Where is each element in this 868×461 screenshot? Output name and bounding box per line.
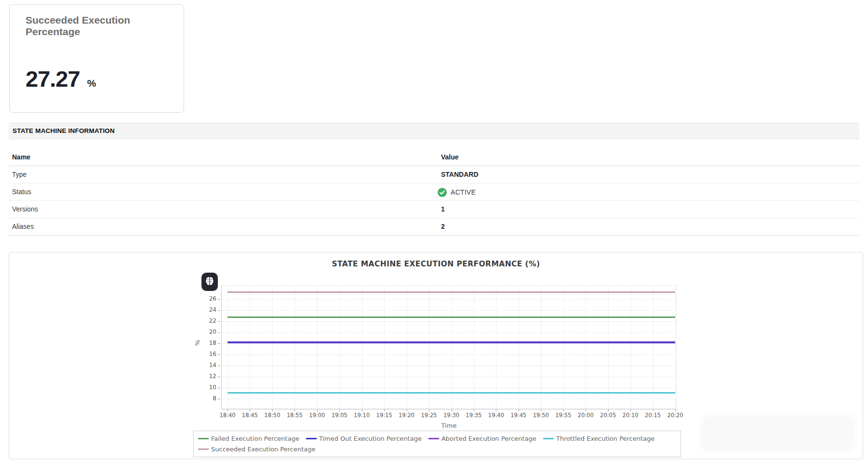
x-tick-label: 20:00 xyxy=(574,412,598,419)
y-tick-label: 18 xyxy=(192,340,216,346)
table-row-versions: Versions 1 xyxy=(9,201,859,218)
y-tick-mark xyxy=(218,399,220,399)
section-header-state-machine-information: STATE MACHINE INFORMATION xyxy=(9,123,859,139)
x-tick-mark xyxy=(362,409,362,411)
row-label: Status xyxy=(12,184,31,200)
legend-item[interactable]: Succeeded Execution Percentage xyxy=(198,444,315,454)
grid-line-vertical xyxy=(630,285,631,409)
y-tick-mark xyxy=(218,321,220,322)
metric-unit: % xyxy=(87,78,96,89)
y-tick-label: 20 xyxy=(192,329,216,335)
column-header-name: Name xyxy=(12,149,30,166)
x-tick-label: 18:50 xyxy=(260,412,284,419)
x-tick-mark xyxy=(452,409,452,411)
legend-line-swatch xyxy=(306,438,317,439)
y-tick-label: 16 xyxy=(192,351,216,357)
x-tick-mark xyxy=(519,409,519,411)
x-tick-mark xyxy=(563,409,564,411)
chart-title: STATE MACHINE EXECUTION PERFORMANCE (%) xyxy=(9,260,863,268)
status-badge: ACTIVE xyxy=(451,184,476,201)
y-tick-mark xyxy=(218,366,220,366)
grid-line-horizontal xyxy=(221,355,677,355)
legend-line-swatch xyxy=(198,448,209,450)
legend-label: Timed Out Execution Percentage xyxy=(319,435,422,442)
x-axis-line xyxy=(221,409,677,409)
grid-line-vertical xyxy=(407,285,407,409)
metric-value-row: 27.27 % xyxy=(26,66,96,92)
succeeded-percentage-card: Succeeded Execution Percentage 27.27 % xyxy=(9,4,184,113)
legend-label: Throttled Execution Percentage xyxy=(556,435,654,442)
x-tick-mark xyxy=(496,409,496,411)
metric-value: 27.27 xyxy=(26,66,80,92)
y-tick-mark xyxy=(218,299,220,300)
x-tick-label: 20:15 xyxy=(641,412,665,419)
dashboard-page: Succeeded Execution Percentage 27.27 % S… xyxy=(0,0,868,461)
x-tick-mark xyxy=(675,409,676,411)
grid-line-horizontal xyxy=(221,388,677,388)
grid-line-vertical xyxy=(362,285,362,409)
grid-line-horizontal xyxy=(221,343,677,344)
x-tick-mark xyxy=(541,409,541,411)
faded-overlay-watermark xyxy=(701,415,855,451)
y-tick-mark xyxy=(218,388,220,388)
grid-line-vertical xyxy=(541,285,541,409)
status-value: ACTIVE xyxy=(438,184,476,201)
state-machine-info-table: Name Value Type STANDARD Status ACTIVE V… xyxy=(9,149,859,236)
x-axis-title: Time xyxy=(221,422,677,429)
x-tick-label: 18:55 xyxy=(282,412,307,419)
legend-line-swatch xyxy=(198,438,209,439)
y-tick-mark xyxy=(218,343,220,344)
legend-line-swatch xyxy=(543,438,554,439)
x-tick-mark xyxy=(608,409,609,411)
grid-line-horizontal xyxy=(221,377,677,377)
x-tick-mark xyxy=(384,409,385,411)
legend-item[interactable]: Timed Out Execution Percentage xyxy=(306,434,422,444)
x-tick-label: 19:40 xyxy=(484,412,508,419)
row-label: Aliases xyxy=(12,218,34,235)
x-tick-label: 19:00 xyxy=(305,412,329,419)
x-tick-label: 19:25 xyxy=(417,412,441,419)
x-tick-label: 20:05 xyxy=(596,412,620,419)
x-tick-label: 20:10 xyxy=(618,412,642,419)
grid-line-vertical xyxy=(294,285,295,409)
x-tick-label: 19:30 xyxy=(440,412,464,419)
y-tick-label: 12 xyxy=(192,373,216,380)
x-tick-mark xyxy=(586,409,586,411)
grid-line-vertical xyxy=(653,285,654,409)
grid-line-vertical xyxy=(586,285,586,409)
legend-line-swatch xyxy=(428,438,439,439)
chart-line-throttled xyxy=(227,392,675,394)
legend-item[interactable]: Aborted Execution Percentage xyxy=(428,434,536,444)
legend-label: Succeeded Execution Percentage xyxy=(211,446,315,453)
y-tick-label: 22 xyxy=(192,317,216,324)
grid-line-vertical xyxy=(339,285,340,409)
grid-line-vertical xyxy=(429,285,429,409)
legend-item[interactable]: Failed Execution Percentage xyxy=(198,434,299,444)
grid-line-vertical xyxy=(608,285,609,409)
table-row-type: Type STANDARD xyxy=(9,166,859,184)
x-tick-label: 19:15 xyxy=(372,412,396,419)
x-tick-label: 19:50 xyxy=(529,412,553,419)
chart-line-failed xyxy=(227,316,675,318)
row-label: Type xyxy=(12,166,27,183)
grid-line-vertical xyxy=(384,285,385,409)
y-tick-label: 10 xyxy=(192,384,216,391)
grid-line-vertical xyxy=(227,285,228,409)
y-axis-line xyxy=(221,285,222,409)
row-value: STANDARD xyxy=(441,166,479,183)
x-tick-mark xyxy=(429,409,429,411)
grid-line-vertical xyxy=(272,285,273,409)
grid-line-horizontal xyxy=(221,310,677,311)
chart-line-succeeded xyxy=(227,291,675,293)
table-row-status: Status ACTIVE xyxy=(9,184,859,201)
ai-insights-button[interactable] xyxy=(201,273,218,291)
y-tick-label: 8 xyxy=(192,395,216,402)
grid-line-horizontal xyxy=(221,332,677,333)
x-tick-mark xyxy=(407,409,407,411)
grid-line-vertical xyxy=(675,285,676,409)
x-tick-label: 19:35 xyxy=(462,412,486,419)
grid-line-horizontal xyxy=(221,399,677,399)
column-header-value: Value xyxy=(441,149,459,166)
y-tick-mark xyxy=(218,377,220,377)
legend-item[interactable]: Throttled Execution Percentage xyxy=(543,434,654,444)
